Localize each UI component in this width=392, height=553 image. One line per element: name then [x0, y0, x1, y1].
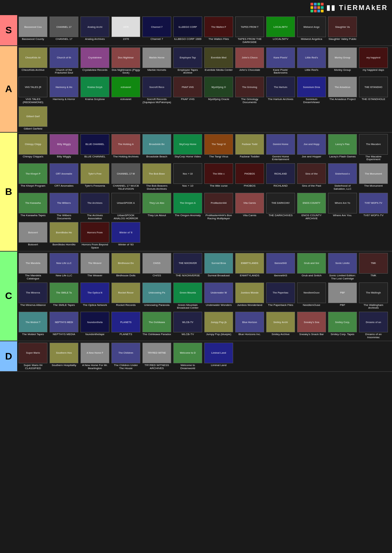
list-item[interactable]: Underwater WUnderwater Wonders: [204, 282, 234, 311]
list-item[interactable]: Somnium DreaSomnium DreamViewer: [296, 76, 327, 105]
list-item[interactable]: The Oregon AThe Oregon Anomaly: [173, 192, 203, 221]
list-item[interactable]: Joe and HoppJoe and Hopper: [296, 133, 327, 162]
list-item[interactable]: RICHLANDRICHLAND: [265, 163, 296, 191]
list-item[interactable]: Midwest AngeMidwest Angelica: [296, 16, 327, 45]
list-item[interactable]: tbennett43tbennett43: [265, 252, 296, 281]
list-item[interactable]: Smiley Corp.Smiley Corp. Tapes: [327, 311, 358, 340]
list-item[interactable]: Blue HorizonBlue Horizons Inc.: [235, 311, 265, 340]
list-item[interactable]: TRYRED WITNETRYRED WITNESS ARCHIVES: [142, 342, 172, 371]
list-item[interactable]: Socroft RecoSocroft Records (Squiapus Mc…: [142, 76, 172, 105]
list-item[interactable]: The Amadeus The Amadeus Project: [327, 76, 358, 105]
list-item[interactable]: The Mandela The Mandela Catalogue: [18, 252, 48, 281]
list-item[interactable]: FNAF VHSFNAF VHS: [173, 76, 203, 105]
list-item[interactable]: The Walten FThe Walten Files: [204, 16, 234, 45]
list-item[interactable]: Billy WigglyBilly Wiggly: [49, 133, 79, 162]
list-item[interactable]: THE DARKCHIVTHE DARKCHIVES: [265, 192, 296, 221]
list-item[interactable]: The MonumentThe Monument: [358, 163, 389, 191]
list-item[interactable]: They Lie AboThey Lie About: [142, 192, 172, 221]
list-item[interactable]: The PaperbacThe Paperback Files: [265, 282, 296, 311]
list-item[interactable]: A New Home FA New Home For Mr. Bearlingt…: [80, 342, 110, 371]
list-item[interactable]: Where Are YoWhere Are You.: [327, 192, 358, 221]
list-item[interactable]: Broadside BeBroadside Beach: [142, 133, 172, 162]
list-item[interactable]: Surreal BroaSurreal Broadcast: [204, 252, 234, 281]
list-item[interactable]: CH/SSCH/SS: [142, 252, 172, 281]
list-item[interactable]: TV67 WOPX-TVTV67 WOPX-TV: [358, 192, 389, 221]
list-item[interactable]: THE ISTANDHOTHE ISTANDHOLE: [358, 76, 389, 105]
list-item[interactable]: Gemini Home Gemini Home Entertainment: [265, 133, 296, 162]
list-item[interactable]: SkyCorp HomeSkyCorp Home Video: [173, 133, 203, 162]
list-item[interactable]: Eventide MedEventide Media Center: [204, 47, 234, 76]
list-item[interactable]: Birdhouse DoBirdhouse Dolls: [111, 252, 141, 281]
list-item[interactable]: UrbanSPOOK AUrbanSPOOK ANALOG HORROR: [111, 192, 141, 221]
list-item[interactable]: Southern HosSouthern Hospitality: [49, 342, 79, 371]
list-item[interactable]: The SMILE TaThe SMILE Tapes: [49, 282, 79, 311]
list-item[interactable]: The Minerva The Minerva Alliance: [18, 282, 48, 311]
list-item[interactable]: Jumbos WondeJumbos Wonderland: [235, 282, 265, 311]
list-item[interactable]: Lacey's FlasLacey's Flash Games: [327, 133, 358, 162]
list-item[interactable]: 19761976: [111, 16, 141, 45]
list-item[interactable]: The Macabre The Macabre Experiment: [358, 133, 389, 162]
list-item[interactable]: PLANETSPLANETS: [111, 311, 141, 340]
list-item[interactable]: The WallinghThe Wallingham Archives: [358, 282, 389, 311]
list-item[interactable]: The Bob BeavThe Bob Beavers Donuts Archi…: [142, 163, 172, 191]
list-item[interactable]: The GrinologThe Grinology Documents: [235, 76, 265, 105]
list-item[interactable]: ChezzKids ArChezzKids Archive: [18, 47, 48, 76]
list-item[interactable]: WLCB-TVWLCB-TV: [173, 311, 203, 340]
list-item[interactable]: Super Mario Super Mario 64 CLASSIFIED: [18, 342, 48, 371]
list-item[interactable]: CHANNEL 17CHANNEL 17: [49, 16, 79, 45]
list-item[interactable]: Mystifying OMystifying Oracle: [204, 76, 234, 105]
list-item[interactable]: John's ChocoJohn's Chocolate: [235, 47, 265, 76]
list-item[interactable]: New Life LLCNew Life LLC: [49, 252, 79, 281]
list-item[interactable]: The ChildrenThe Children Under The House: [111, 342, 141, 371]
list-item[interactable]: Tyler's FreeTyler's Freezeria: [80, 163, 110, 191]
list-item[interactable]: Rocket RecorRocket Records: [111, 282, 141, 311]
list-item[interactable]: Sins of the Sins of the Past: [296, 163, 327, 191]
list-item[interactable]: NeedlemOuseNeedlemOuse: [296, 282, 327, 311]
list-item[interactable]: The Wilbers The Wilbers Documents: [49, 192, 79, 221]
list-item[interactable]: my happiest my happiest days: [358, 47, 389, 76]
list-item[interactable]: Channel 7Channel 7: [142, 16, 172, 45]
list-item[interactable]: PHOBOSPHOBOS: [235, 163, 265, 191]
list-item[interactable]: Gilbert GarfGilbert Garfield: [18, 106, 48, 131]
list-item[interactable]: Chimpy ChippChimpy Chippa's: [18, 133, 48, 162]
list-item[interactable]: Harmony & HoHarmony & Horror: [49, 76, 79, 105]
list-item[interactable]: The OshikawaThe Oshikawa Paradox: [142, 311, 172, 340]
list-item[interactable]: Grub and SniGrub and Snitch: [296, 252, 327, 281]
list-item[interactable]: The little cThe little curse: [204, 163, 234, 191]
list-item[interactable]: Sneaky's SnaSneaky's Snack Bar: [296, 311, 327, 340]
list-item[interactable]: ProMaster444ProMaster4444's Bon Racing M…: [204, 192, 234, 221]
list-item[interactable]: The Hotdog AThe Hotdog Archives: [111, 133, 141, 162]
list-item[interactable]: The Hartuin The Hartuin Archives: [265, 76, 296, 105]
list-item[interactable]: Born9lobo HoBorn9lobo Horn9lo: [49, 221, 79, 250]
list-item[interactable]: The Optica NThe Optica Network: [80, 282, 110, 311]
list-item[interactable]: Kraina GrzybKraina Grzybow: [80, 76, 110, 105]
list-item[interactable]: Morley GroupMorley Group: [327, 47, 358, 76]
list-item[interactable]: Analog ArchiAnalog Archives: [80, 16, 110, 45]
list-item[interactable]: ILLBEGO CORPILLBEGO CORP 1989: [173, 16, 203, 45]
list-item[interactable]: The Mobiot TThe Mobiot Tapes: [18, 311, 48, 340]
list-item[interactable]: The Khepri PThe Khepri Program: [18, 163, 48, 191]
list-item[interactable]: The WeaverThe Weaver: [80, 252, 110, 281]
list-item[interactable]: Welcome to DWelcome to Dreamworld: [173, 342, 203, 371]
list-item[interactable]: Smiley ArchiSmiley Archive: [265, 311, 296, 340]
list-item[interactable]: THE NIXONVERTHE NIXONVERSE: [173, 252, 203, 281]
list-item[interactable]: Sonic LimiteSonic Limited Edition: The L…: [327, 252, 358, 281]
list-item[interactable]: foundonthetafoundonthetape: [80, 311, 110, 340]
list-item[interactable]: VHS TALES (RVHS TALES (REDDIAMOND): [18, 76, 48, 105]
list-item[interactable]: Noc + 10Noc + 10: [173, 163, 203, 191]
list-item[interactable]: The Kanawha The Kanawha Tapes: [18, 192, 48, 221]
list-item[interactable]: Basswood CouBasswood County: [18, 16, 48, 45]
list-item[interactable]: Green MountaGreen Mountain Broadcast Cen…: [173, 282, 203, 311]
list-item[interactable]: LOCAL58TVLOCAL58TV: [265, 16, 296, 45]
list-item[interactable]: Liminal LandLiminal Land: [204, 342, 234, 371]
list-item[interactable]: ENOS COUNTY ENOS COUNTY ARCHIVE: [296, 192, 327, 221]
list-item[interactable]: CHANNEL 17 WCHANNEL 17 WUCB TELEVISION: [111, 163, 141, 191]
list-item[interactable]: Dos NightmarDos Nightmares (Piggy Sock): [111, 47, 141, 76]
list-item[interactable]: The Tangi ViThe Tangi Virus: [204, 133, 234, 162]
list-item[interactable]: Sisterhood oSisterhood of Salvation, LLC: [327, 163, 358, 191]
list-item[interactable]: The ArchivesThe Archives Association: [80, 192, 110, 221]
list-item[interactable]: Kane Pixels'Kane Pixels' Backrooms: [265, 47, 296, 76]
list-item[interactable]: Dreams of anDreams of an Insomniac: [358, 311, 389, 340]
list-item[interactable]: NEPTHYS MEDINEPTHYS MEDIA: [49, 311, 79, 340]
list-item[interactable]: Unknowing PaUnknowing Paranoia: [142, 282, 172, 311]
